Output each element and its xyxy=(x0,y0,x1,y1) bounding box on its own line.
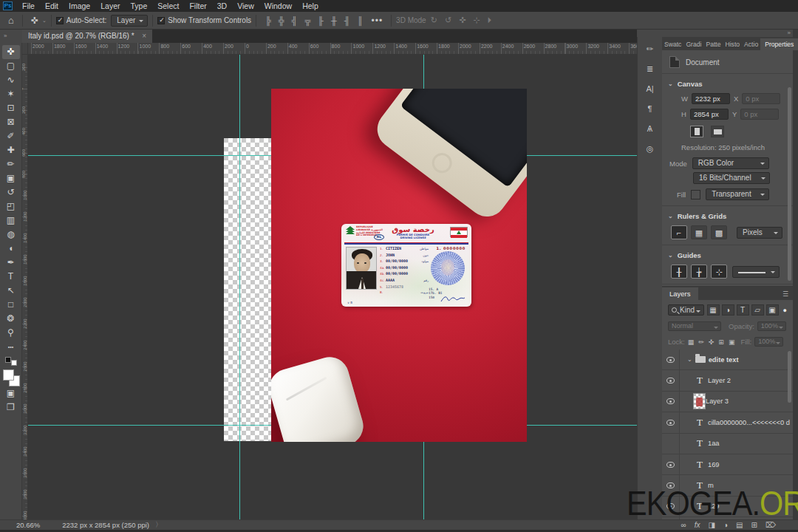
bit-depth-dropdown[interactable]: 16 Bits/Channel xyxy=(693,172,770,184)
lock-artboard-icon[interactable]: ⊞ xyxy=(718,338,724,346)
layer-row[interactable]: T1aa xyxy=(662,434,793,454)
units-dropdown[interactable]: Pixels xyxy=(737,227,782,239)
layer-filter-toggle[interactable]: ● xyxy=(783,307,787,314)
document-tab[interactable]: Italy id.psd @ 20.7% (RGB/16) * × xyxy=(22,30,152,43)
tool-preset-caret-icon[interactable]: ⌄ xyxy=(42,18,47,24)
rotate-view-tool[interactable]: ❂ xyxy=(2,312,20,326)
lock-pixels-icon[interactable]: ✏ xyxy=(698,338,704,346)
tab-gradi[interactable]: Gradi xyxy=(683,38,703,50)
menu-layer[interactable]: Layer xyxy=(95,0,125,12)
lasso-tool[interactable]: ∿ xyxy=(2,73,20,87)
lock-position-icon[interactable]: ✜ xyxy=(709,338,715,346)
horizontal-guide[interactable] xyxy=(527,425,637,426)
crop-tool[interactable]: ⊡ xyxy=(2,101,20,115)
3d-orbit-icon[interactable]: ↻ xyxy=(431,16,437,25)
filter-type-layers-icon[interactable]: T xyxy=(737,304,749,316)
eye-cell[interactable] xyxy=(662,349,680,369)
tab-histo[interactable]: Histo xyxy=(723,38,743,50)
align-top-icon[interactable]: ╦ xyxy=(305,16,311,25)
3d-slide-icon[interactable]: ⊹ xyxy=(473,16,480,25)
eyedropper-tool[interactable]: ✐ xyxy=(2,129,20,143)
3d-camera-icon[interactable]: ⏵ xyxy=(488,16,492,25)
group-caret-icon[interactable]: ⌄ xyxy=(687,356,692,363)
layers-scrollbar[interactable] xyxy=(788,351,791,403)
quick-mask-button[interactable]: ▣ xyxy=(2,386,20,400)
photoshop-logo-icon[interactable]: Ps xyxy=(3,1,13,10)
tab-properties[interactable]: Properties xyxy=(760,38,798,50)
layer-name[interactable]: Layer 2 xyxy=(708,377,731,384)
menu-view[interactable]: View xyxy=(232,0,259,12)
zoom-level[interactable]: 20.66% xyxy=(16,521,40,529)
history-brush-tool[interactable]: ↺ xyxy=(2,185,20,200)
chevron-down-icon[interactable]: ⌄ xyxy=(668,81,673,87)
grid-icon[interactable]: ▦ xyxy=(691,225,707,239)
layer-row[interactable]: T169 xyxy=(662,454,793,475)
rectangular-marquee-tool[interactable]: ▢ xyxy=(2,59,20,73)
visibility-eye-icon[interactable] xyxy=(666,357,675,363)
menu-image[interactable]: Image xyxy=(64,0,95,12)
dodge-tool[interactable]: ◖ xyxy=(2,242,20,256)
landscape-orientation-button[interactable] xyxy=(711,126,724,137)
filter-smart-objects-icon[interactable]: ▣ xyxy=(766,304,779,316)
align-left-icon[interactable]: ╠ xyxy=(265,16,271,25)
height-input[interactable]: 2854 px xyxy=(690,109,729,120)
visibility-eye-icon[interactable] xyxy=(666,420,675,426)
snap-icon[interactable]: ▩ xyxy=(711,225,727,239)
layer-name[interactable]: Layer 3 xyxy=(706,398,729,405)
menu-type[interactable]: Type xyxy=(125,0,152,12)
layer-row[interactable]: Tcilla0000000...<<<<<<<0 d xyxy=(662,412,793,433)
type-tool[interactable]: T xyxy=(2,270,20,284)
eye-cell[interactable] xyxy=(662,434,680,454)
tool-presets-panel-icon[interactable]: ≣ xyxy=(641,61,659,76)
layer-name[interactable]: edite text xyxy=(709,356,739,364)
clone-stamp-tool[interactable]: ▣ xyxy=(2,171,20,185)
rectangle-tool[interactable]: □ xyxy=(2,298,20,312)
eye-cell[interactable] xyxy=(662,454,680,474)
properties-scrollbar[interactable] xyxy=(788,87,791,281)
color-swatches[interactable] xyxy=(2,369,20,386)
quick-selection-tool[interactable]: ✶ xyxy=(2,87,20,101)
horizontal-guide[interactable] xyxy=(28,425,271,426)
blur-tool[interactable]: ◍ xyxy=(2,228,20,242)
layer-filter-kind-dropdown[interactable]: Kind xyxy=(668,304,704,316)
dock-collapse[interactable]: » xyxy=(637,30,798,37)
eraser-tool[interactable]: ◰ xyxy=(2,200,20,214)
pen-tool[interactable]: ✒ xyxy=(2,256,20,270)
new-guide-icon[interactable]: ╂ xyxy=(671,265,687,279)
lock-all-icon[interactable]: ▣ xyxy=(729,338,735,346)
eye-cell[interactable] xyxy=(662,370,680,390)
home-icon[interactable]: ⌂ xyxy=(4,15,18,26)
eye-cell[interactable] xyxy=(662,412,680,432)
id-card[interactable]: REPUBLIQUE LIBANAISE الجمهورية اللبنانية… xyxy=(341,224,471,307)
foreground-color-swatch[interactable] xyxy=(3,369,14,381)
menu-help[interactable]: Help xyxy=(297,0,324,12)
menu-3d[interactable]: 3D xyxy=(212,0,232,12)
align-right-icon[interactable]: ╣ xyxy=(292,16,298,25)
chevron-down-icon[interactable]: ⌄ xyxy=(668,252,673,259)
3d-pan-icon[interactable]: ✜ xyxy=(459,16,466,25)
layer-name[interactable]: cilla0000000...<<<<<<<0 d xyxy=(708,419,790,426)
vertical-ruler[interactable]: 2000200400600800100012001400160018002000… xyxy=(22,55,28,519)
layer-row[interactable]: ⌄edite text xyxy=(662,349,793,370)
color-mode-dropdown[interactable]: RGB Color xyxy=(692,157,769,169)
toolbar-collapse[interactable]: » xyxy=(0,30,22,43)
tab-close-icon[interactable]: × xyxy=(142,32,146,40)
auto-select-checkbox[interactable] xyxy=(56,17,64,24)
character-panel-icon[interactable]: A| xyxy=(641,81,659,96)
distribute-center-icon[interactable]: ║ xyxy=(358,16,364,25)
fill-swatch[interactable] xyxy=(691,190,700,200)
tab-actio[interactable]: Actio xyxy=(742,38,760,50)
guide-layout-icon[interactable]: ╆ xyxy=(691,265,707,279)
clear-guides-icon[interactable]: ⊹ xyxy=(711,265,727,279)
tab-swatc[interactable]: Swatc xyxy=(662,38,683,50)
vertical-guide[interactable] xyxy=(239,55,240,519)
horizontal-guide[interactable] xyxy=(28,155,271,156)
show-transform-checkbox[interactable] xyxy=(157,17,165,24)
canvas-area[interactable]: REPUBLIQUE LIBANAISE الجمهورية اللبنانية… xyxy=(28,55,637,519)
distribute-right-icon[interactable]: ╢ xyxy=(344,16,350,25)
visibility-eye-icon[interactable] xyxy=(666,462,675,468)
layers-panel-menu-icon[interactable]: ☰ xyxy=(778,288,793,300)
zoom-tool[interactable]: ⚲ xyxy=(2,326,20,340)
vertical-guide[interactable] xyxy=(423,442,424,519)
layer-row[interactable]: TLayer 2 xyxy=(662,370,793,391)
